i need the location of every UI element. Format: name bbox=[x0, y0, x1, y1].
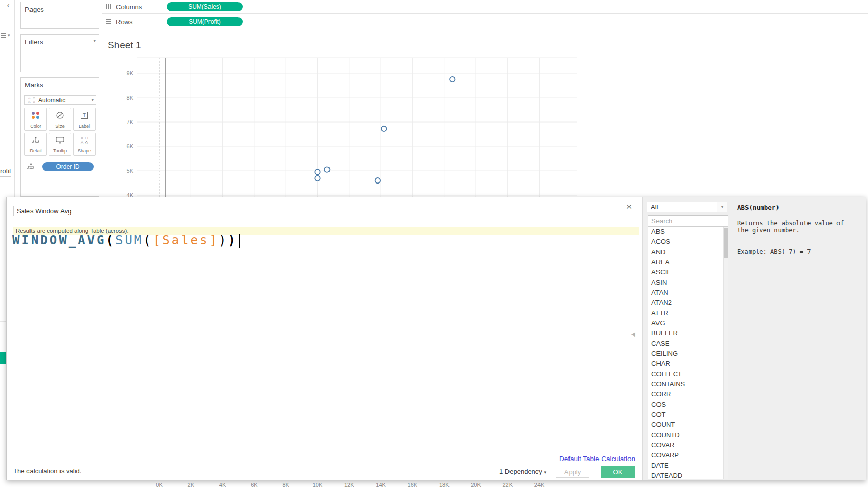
filters-label: Filters bbox=[25, 38, 43, 46]
dependency-dropdown[interactable]: 1 Dependency ▾ bbox=[499, 468, 546, 475]
formula-token: ) bbox=[228, 233, 237, 248]
list-view-icon[interactable] bbox=[1, 33, 6, 38]
function-list-item[interactable]: AREA bbox=[648, 257, 728, 267]
function-list-item[interactable]: CASE bbox=[648, 339, 728, 349]
chevron-down-icon[interactable]: ▾ bbox=[93, 39, 96, 43]
function-list-item[interactable]: CHAR bbox=[648, 359, 728, 369]
x-tick-label: 10K bbox=[308, 482, 328, 488]
mark-type-dropdown[interactable]: ○□ △◇ Automatic ▾ bbox=[24, 95, 96, 105]
function-category-dropdown[interactable]: All ▾ bbox=[647, 202, 727, 212]
color-button-label: Color bbox=[30, 124, 41, 129]
pages-shelf[interactable]: Pages bbox=[20, 2, 99, 29]
collapse-data-pane-button[interactable]: ‹ bbox=[4, 1, 12, 10]
mark-type-value: Automatic bbox=[38, 97, 91, 104]
data-point[interactable] bbox=[315, 169, 320, 174]
tooltip-button[interactable]: Tooltip bbox=[49, 133, 71, 156]
detail-button[interactable]: Detail bbox=[24, 133, 47, 156]
data-point[interactable] bbox=[375, 178, 380, 183]
text-cursor bbox=[239, 234, 240, 248]
function-list-item[interactable]: ATAN bbox=[648, 288, 728, 298]
function-list-item[interactable]: DATE bbox=[648, 461, 728, 471]
x-tick-label: 12K bbox=[339, 482, 360, 488]
size-button-label: Size bbox=[55, 124, 65, 129]
marks-label: Marks bbox=[25, 81, 43, 89]
function-list-item[interactable]: ASIN bbox=[648, 278, 728, 288]
ok-button[interactable]: OK bbox=[601, 466, 635, 478]
sum-sales-pill[interactable]: SUM(Sales) bbox=[167, 2, 243, 11]
close-icon[interactable]: ✕ bbox=[624, 202, 634, 211]
x-tick-label: 8K bbox=[276, 482, 296, 488]
detail-icon bbox=[32, 133, 40, 147]
function-list-item[interactable]: ACOS bbox=[648, 237, 728, 247]
function-list-item[interactable]: DATEADD bbox=[648, 471, 728, 479]
chevron-down-icon: ▾ bbox=[717, 202, 727, 212]
x-tick-label: 16K bbox=[402, 482, 423, 488]
function-list-item[interactable]: COVARP bbox=[648, 450, 728, 461]
function-list-item[interactable]: ASCII bbox=[648, 267, 728, 278]
function-list-item[interactable]: COLLECT bbox=[648, 369, 728, 379]
x-tick-label: 4K bbox=[213, 482, 233, 488]
divider bbox=[14, 0, 15, 197]
formula-token: ) bbox=[219, 233, 228, 248]
columns-icon bbox=[106, 4, 111, 9]
rows-shelf-label: Rows bbox=[116, 18, 133, 26]
x-tick-label: 20K bbox=[466, 482, 486, 488]
label-icon: T bbox=[81, 108, 88, 123]
shape-button[interactable]: ○□ △◇ Shape bbox=[73, 133, 96, 156]
function-list-item[interactable]: AVG bbox=[648, 318, 728, 328]
order-id-pill[interactable]: Order ID bbox=[42, 162, 94, 171]
function-list-item[interactable]: BUFFER bbox=[648, 328, 728, 339]
x-tick-label: 24K bbox=[529, 482, 550, 488]
function-list-item[interactable]: COS bbox=[648, 400, 728, 410]
color-button[interactable]: Color bbox=[24, 108, 47, 131]
divider bbox=[0, 13, 14, 13]
x-tick-label: 18K bbox=[434, 482, 455, 488]
function-list[interactable]: ABSACOSANDAREAASCIIASINATANATAN2ATTRAVGB… bbox=[648, 226, 728, 479]
apply-button[interactable]: Apply bbox=[556, 466, 589, 478]
filters-shelf[interactable]: Filters ▾ bbox=[20, 34, 99, 72]
function-list-item[interactable]: ATAN2 bbox=[648, 298, 728, 308]
calculation-name-input[interactable] bbox=[13, 206, 116, 216]
label-button[interactable]: T Label bbox=[73, 108, 96, 131]
tableau-window: ‹ ▾ rofit Pages Filters ▾ Marks ○□ △◇ Au… bbox=[0, 0, 868, 489]
function-list-item[interactable]: ATTR bbox=[648, 308, 728, 318]
function-list-item[interactable]: COUNT bbox=[648, 420, 728, 430]
scrollbar[interactable] bbox=[723, 227, 728, 479]
function-list-item[interactable]: CEILING bbox=[648, 349, 728, 359]
collapse-functions-panel-arrow[interactable]: ◀ bbox=[631, 331, 635, 337]
formula-token: [Sales] bbox=[153, 233, 219, 248]
function-list-item[interactable]: COUNTD bbox=[648, 430, 728, 440]
y-tick-label: 5K bbox=[116, 168, 133, 174]
shape-button-label: Shape bbox=[78, 148, 91, 154]
data-point[interactable] bbox=[315, 176, 320, 181]
function-list-item[interactable]: CORR bbox=[648, 389, 728, 400]
validation-status: The calculation is valid. bbox=[13, 467, 81, 475]
function-signature: ABS(number) bbox=[737, 204, 780, 211]
color-icon bbox=[32, 112, 40, 119]
function-list-item[interactable]: ABS bbox=[648, 227, 728, 237]
detail-icon bbox=[27, 163, 35, 172]
size-icon bbox=[55, 108, 65, 123]
detail-button-label: Detail bbox=[29, 148, 41, 154]
chevron-down-icon[interactable]: ▾ bbox=[8, 33, 10, 38]
function-list-item[interactable]: COT bbox=[648, 410, 728, 420]
divider bbox=[0, 321, 6, 322]
x-tick-label: 6K bbox=[244, 482, 264, 488]
size-button[interactable]: Size bbox=[49, 108, 71, 131]
function-list-item[interactable]: COVAR bbox=[648, 440, 728, 450]
y-tick-label: 9K bbox=[116, 70, 133, 76]
data-point[interactable] bbox=[324, 167, 330, 172]
function-search-input[interactable] bbox=[648, 215, 728, 226]
sum-profit-pill[interactable]: SUM(Profit) bbox=[167, 17, 243, 26]
scatter-plot bbox=[102, 32, 868, 197]
formula[interactable]: WINDOW_AVG(SUM([Sales])) bbox=[12, 233, 240, 248]
default-table-calculation-link[interactable]: Default Table Calculation bbox=[556, 455, 635, 463]
function-list-item[interactable]: CONTAINS bbox=[648, 379, 728, 389]
data-point[interactable] bbox=[450, 77, 455, 82]
rows-icon bbox=[106, 19, 111, 24]
chevron-down-icon: ▾ bbox=[91, 98, 94, 102]
function-list-item[interactable]: AND bbox=[648, 247, 728, 257]
data-point[interactable] bbox=[381, 126, 386, 131]
y-tick-label: 6K bbox=[116, 143, 133, 149]
scrollbar-thumb[interactable] bbox=[724, 228, 728, 258]
